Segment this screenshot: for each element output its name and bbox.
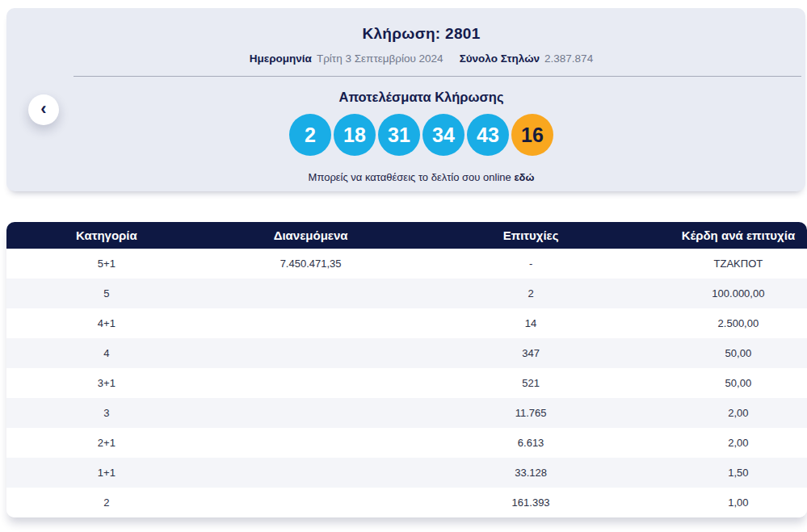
table-cell: 100.000,00 [647,279,807,308]
winning-number-ball: 2 [289,114,331,156]
table-header-row: Κατηγορία Διανεμόμενα Επιτυχίες Κέρδη αν… [6,222,807,249]
date-label: Ημερομηνία [250,52,312,65]
table-cell: 4 [6,338,207,368]
deposit-text: Μπορείς να καταθέσεις το δελτίο σου onli… [37,171,805,183]
table-cell: ΤΖΑΚΠΟΤ [647,249,807,279]
columns-value: 2.387.874 [544,52,593,65]
table-cell: 2,00 [647,428,807,458]
table-cell: 2+1 [6,428,207,458]
table-cell: 2,00 [647,398,807,428]
table-row: 52100.000,00 [6,279,807,308]
columns-label: Σύνολο Στηλών [460,52,540,65]
table-cell: 3+1 [6,368,207,398]
table-cell: 50,00 [647,338,807,368]
table-cell [207,338,415,368]
joker-number-ball: 16 [511,114,553,156]
header-wins: Επιτυχίες [414,222,646,249]
draw-date: Ημερομηνία Τρίτη 3 Σεπτεμβρίου 2024 [250,52,443,65]
table-cell [207,398,415,428]
table-cell: 161.393 [414,488,646,517]
deposit-here-link[interactable]: εδώ [514,171,534,183]
table-row: 3+152150,00 [6,368,807,398]
table-row: 2+16.6132,00 [6,428,807,458]
table-cell: 2 [6,488,207,517]
prize-table: Κατηγορία Διανεμόμενα Επιτυχίες Κέρδη αν… [6,222,807,517]
table-row: 5+17.450.471,35-ΤΖΑΚΠΟΤ [6,249,807,279]
back-button[interactable]: ‹ [28,94,59,125]
header-prize-per-win: Κέρδη ανά επιτυχία [647,222,807,249]
table-cell: 3 [6,398,207,428]
results-table-body: 5+17.450.471,35-ΤΖΑΚΠΟΤ52100.000,004+114… [6,249,807,517]
table-cell: 6.613 [414,428,646,458]
results-title: Αποτελέσματα Κλήρωσης [37,90,805,105]
table-cell: 1+1 [6,458,207,488]
table-cell [207,279,415,308]
table-cell: 1,50 [647,458,807,488]
winning-number-ball: 34 [422,114,464,156]
table-cell: 50,00 [647,368,807,398]
prize-table-card: Κατηγορία Διανεμόμενα Επιτυχίες Κέρδη αν… [6,222,807,517]
numbers-row: 21831344316 [37,114,805,156]
table-row: 434750,00 [6,338,807,368]
table-cell: 1,00 [647,488,807,517]
table-row: 4+1142.500,00 [6,308,807,338]
draw-title: Κλήρωση: 2801 [37,25,805,43]
deposit-text-plain: Μπορείς να καταθέσεις το δελτίο σου onli… [309,171,511,183]
divider [74,76,801,77]
header-distributed: Διανεμόμενα [207,222,415,249]
table-cell [207,488,415,517]
table-cell: 2.500,00 [647,308,807,338]
draw-meta: Ημερομηνία Τρίτη 3 Σεπτεμβρίου 2024 Σύνο… [37,52,805,65]
winning-number-ball: 31 [378,114,420,156]
table-cell: 2 [414,279,646,308]
table-cell: 7.450.471,35 [207,249,415,279]
table-row: 2161.3931,00 [6,488,807,517]
table-cell [207,458,415,488]
table-cell: 33.128 [414,458,646,488]
table-cell [207,428,415,458]
table-row: 311.7652,00 [6,398,807,428]
table-cell: 4+1 [6,308,207,338]
total-columns: Σύνολο Στηλών 2.387.874 [460,52,594,65]
table-cell: - [414,249,646,279]
winning-number-ball: 43 [467,114,509,156]
table-cell [207,308,415,338]
table-row: 1+133.1281,50 [6,458,807,488]
table-cell: 14 [414,308,646,338]
chevron-left-icon: ‹ [40,100,46,118]
table-cell: 11.765 [414,398,646,428]
table-cell: 521 [414,368,646,398]
header-category: Κατηγορία [6,222,207,249]
winning-number-ball: 18 [334,114,376,156]
date-value: Τρίτη 3 Σεπτεμβρίου 2024 [317,52,443,65]
table-cell: 5+1 [6,249,207,279]
table-cell: 347 [414,338,646,368]
table-cell: 5 [6,279,207,308]
table-cell [207,368,415,398]
draw-results-card: Κλήρωση: 2801 Ημερομηνία Τρίτη 3 Σεπτεμβ… [6,8,805,191]
